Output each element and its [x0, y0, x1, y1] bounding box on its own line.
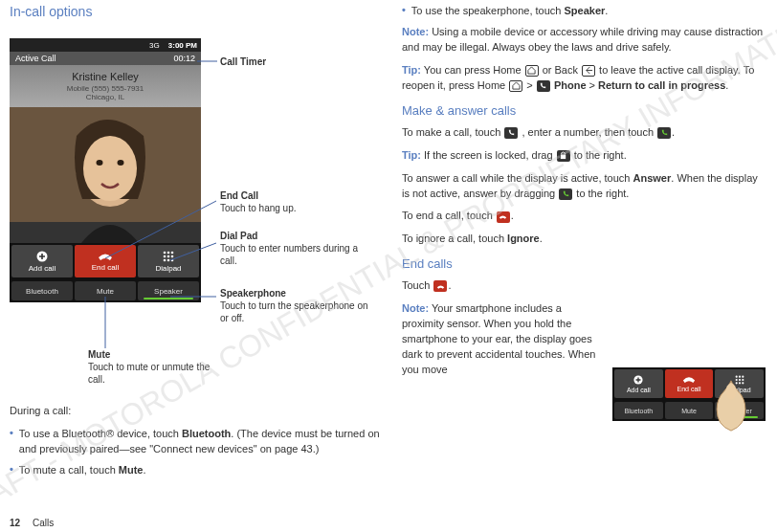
dialpad-button[interactable]: Dialpad [138, 245, 199, 277]
tip2b: to the right. [574, 149, 627, 161]
hangup-icon [682, 375, 696, 384]
dialpad-icon [163, 251, 174, 262]
svg-point-15 [171, 255, 174, 257]
mini-row2: Bluetooth Mute Speaker [612, 400, 766, 421]
mini-mute-button[interactable]: Mute [665, 402, 714, 419]
callout-endcall-desc: Touch to hang up. [220, 202, 373, 214]
svg-point-17 [167, 258, 170, 261]
plus-icon [633, 375, 643, 385]
mini-dialpad-label: Dialpad [728, 387, 751, 393]
footer-section: Calls [33, 518, 54, 528]
bt-text-a: To use a Bluetooth® device, touch [19, 428, 182, 439]
contact-city: Chicago, IL [10, 93, 201, 101]
call-buttons-row2: Bluetooth Mute Speaker [10, 279, 201, 302]
bullet-bluetooth: • To use a Bluetooth® device, touch Blue… [10, 427, 383, 457]
mini-row1: Add call End call Dialpad [612, 367, 766, 400]
add-call-button[interactable]: Add call [11, 245, 73, 277]
speaker-button[interactable]: Speaker [138, 281, 199, 300]
call-timer: 00:12 [173, 54, 195, 63]
dialpad-label: Dialpad [155, 264, 181, 273]
sp-text-a: To use the speakerphone, touch [411, 5, 565, 16]
tip1a: You can press Home [421, 64, 524, 76]
phone-icon [504, 127, 518, 139]
make-a: To make a call, touch [402, 126, 503, 138]
ign-a: To ignore a call, touch [402, 233, 507, 244]
mute-text-a: To mute a call, touch [19, 464, 119, 476]
mini-end-call-button[interactable]: End call [665, 369, 714, 398]
callout-mute-label: Mute [88, 348, 212, 361]
end-call-button[interactable]: End call [75, 245, 136, 277]
mute-text-c: . [143, 464, 145, 476]
phone-mockup: 3G 3:00 PM Active Call 00:12 Kristine Ke… [10, 38, 201, 302]
tip2a: If the screen is locked, drag [421, 149, 556, 161]
end-call-label: End call [92, 263, 119, 272]
svg-point-5 [83, 136, 137, 201]
bullet-mute: • To mute a call, touch Mute. [10, 463, 383, 478]
svg-point-13 [164, 255, 166, 257]
svg-point-11 [167, 251, 170, 254]
call-buttons-row1: Add call End call Dialpad [10, 243, 201, 279]
mini-speaker-button[interactable]: Speaker [715, 402, 764, 419]
tip1-phone: Phone [554, 79, 587, 91]
end-icon [497, 211, 510, 223]
bluetooth-button[interactable]: Bluetooth [11, 281, 73, 300]
note-body: Using a mobile device or accessory while… [402, 26, 763, 53]
speaker-label: Speaker [154, 287, 183, 296]
svg-point-26 [735, 375, 737, 377]
bullet-speaker: • To use the speakerphone, touch Speaker… [402, 4, 766, 19]
tip1d: > [526, 79, 535, 91]
during-call-label: During a call: [10, 404, 383, 419]
bullet-dot: • [10, 463, 13, 478]
mini-bluetooth-button[interactable]: Bluetooth [614, 402, 663, 419]
svg-point-33 [739, 382, 741, 384]
tip1f: . [725, 79, 728, 91]
cell-3g-icon: 3G [149, 41, 160, 50]
svg-point-18 [171, 258, 174, 261]
sp-text-c: . [605, 5, 608, 16]
svg-point-7 [118, 160, 124, 166]
svg-point-6 [97, 160, 103, 166]
svg-rect-24 [561, 155, 566, 160]
mini-speaker-label: Speaker [727, 408, 752, 414]
mini-add-call-label: Add call [627, 387, 651, 393]
ans-a: To answer a call while the display is ac… [402, 172, 633, 184]
svg-point-16 [164, 258, 166, 261]
mini-dialpad-button[interactable]: Dialpad [715, 369, 764, 398]
callout-speaker-label: Speakerphone [220, 287, 373, 299]
endcalls-dot: . [448, 279, 451, 291]
svg-point-32 [735, 382, 737, 384]
active-call-bar: Active Call 00:12 [10, 52, 201, 65]
contact-photo [10, 107, 201, 243]
mini-phone-mockup: Add call End call Dialpad Bluetooth Mute… [612, 367, 766, 421]
lock-icon [557, 150, 570, 162]
tip1b: or Back [543, 64, 581, 76]
mute-button[interactable]: Mute [75, 281, 136, 300]
hangup-icon [98, 252, 113, 261]
note-label: Note: [402, 302, 429, 314]
mini-add-call-button[interactable]: Add call [614, 369, 663, 398]
speaker-indicator [721, 416, 758, 418]
dial-icon [657, 127, 671, 139]
svg-point-31 [742, 378, 744, 380]
mute-label: Mute [97, 287, 114, 296]
callout-endcall-label: End Call [220, 189, 373, 202]
section-title-make-answer: Make & answer calls [402, 103, 766, 118]
contact-number: Mobile (555) 555-7931 [10, 84, 201, 93]
tip1e: > [589, 79, 598, 91]
svg-point-27 [739, 375, 741, 377]
speaker-active-indicator [144, 298, 193, 299]
ign-c: . [540, 233, 543, 244]
callout-timer-label: Call Timer [220, 55, 266, 68]
svg-point-34 [742, 382, 744, 384]
svg-point-30 [739, 378, 741, 380]
add-call-label: Add call [29, 264, 56, 273]
bt-text-b: Bluetooth [182, 428, 231, 439]
home-icon [525, 65, 539, 77]
page-footer: 12 Calls [10, 518, 54, 528]
svg-point-12 [171, 251, 174, 254]
bullet-dot: • [10, 427, 13, 457]
sp-text-b: Speaker [564, 5, 605, 16]
end-icon [433, 280, 447, 292]
home-icon [509, 80, 522, 92]
phone-app-icon [537, 80, 550, 92]
